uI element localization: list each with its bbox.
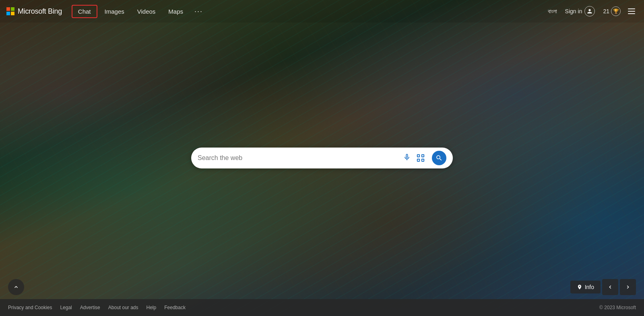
microphone-icon[interactable] <box>403 153 411 163</box>
search-icon <box>436 154 443 162</box>
svg-rect-3 <box>422 159 424 162</box>
location-pin-icon <box>577 284 582 290</box>
hamburger-line-3 <box>628 13 635 14</box>
footer-legal[interactable]: Legal <box>60 305 72 310</box>
search-input[interactable] <box>198 154 403 162</box>
search-button[interactable] <box>432 151 446 165</box>
chevron-up-icon <box>13 284 19 290</box>
svg-rect-0 <box>417 155 420 157</box>
search-box <box>191 148 453 168</box>
search-container <box>191 148 453 168</box>
footer-copyright: © 2023 Microsoft <box>599 305 636 310</box>
footer-about-ads[interactable]: About our ads <box>108 305 138 310</box>
footer-links: Privacy and Cookies Legal Advertise Abou… <box>8 305 186 310</box>
footer-privacy[interactable]: Privacy and Cookies <box>8 305 52 310</box>
main-nav: Chat Images Videos Maps ··· <box>72 4 548 19</box>
footer-bar: Privacy and Cookies Legal Advertise Abou… <box>0 299 644 316</box>
nav-chat[interactable]: Chat <box>72 5 97 18</box>
prev-image-button[interactable] <box>602 279 618 295</box>
sign-in-label: Sign in <box>565 8 582 14</box>
scroll-up-button[interactable] <box>8 279 24 295</box>
footer-advertise[interactable]: Advertise <box>80 305 100 310</box>
header: Microsoft Bing Chat Images Videos Maps ·… <box>0 0 644 23</box>
points-value: 21 <box>603 8 609 14</box>
nav-more[interactable]: ··· <box>190 4 207 19</box>
header-right: বাংলা Sign in 21 🏆 <box>548 4 638 18</box>
logo-green <box>11 7 14 11</box>
hamburger-button[interactable] <box>625 6 638 16</box>
sign-in-button[interactable]: Sign in <box>562 4 599 18</box>
info-nav-area: Info <box>570 279 636 295</box>
microsoft-logo <box>6 7 14 15</box>
logo-red <box>6 7 10 11</box>
user-avatar-icon <box>584 6 595 16</box>
points-area[interactable]: 21 🏆 <box>603 6 621 16</box>
nav-maps[interactable]: Maps <box>163 5 189 18</box>
hamburger-line-1 <box>628 8 635 9</box>
logo-text: Microsoft Bing <box>18 7 62 16</box>
logo-area[interactable]: Microsoft Bing <box>6 7 62 16</box>
footer-help[interactable]: Help <box>147 305 157 310</box>
logo-blue <box>6 12 10 15</box>
svg-rect-1 <box>422 155 424 157</box>
search-icons-group <box>403 151 446 165</box>
nav-images[interactable]: Images <box>99 5 130 18</box>
visual-search-icon[interactable] <box>416 153 425 163</box>
bottom-controls <box>0 279 24 295</box>
info-label: Info <box>585 284 594 290</box>
info-button[interactable]: Info <box>570 281 601 293</box>
svg-rect-2 <box>417 159 420 162</box>
trophy-icon: 🏆 <box>611 6 621 16</box>
logo-yellow <box>11 12 14 15</box>
nav-videos[interactable]: Videos <box>132 5 161 18</box>
hamburger-line-2 <box>628 11 635 12</box>
chevron-right-icon <box>625 284 631 290</box>
footer-feedback[interactable]: Feedback <box>164 305 186 310</box>
person-svg <box>587 8 592 14</box>
next-image-button[interactable] <box>620 279 636 295</box>
chevron-left-icon <box>607 284 613 290</box>
language-button[interactable]: বাংলা <box>548 8 557 15</box>
